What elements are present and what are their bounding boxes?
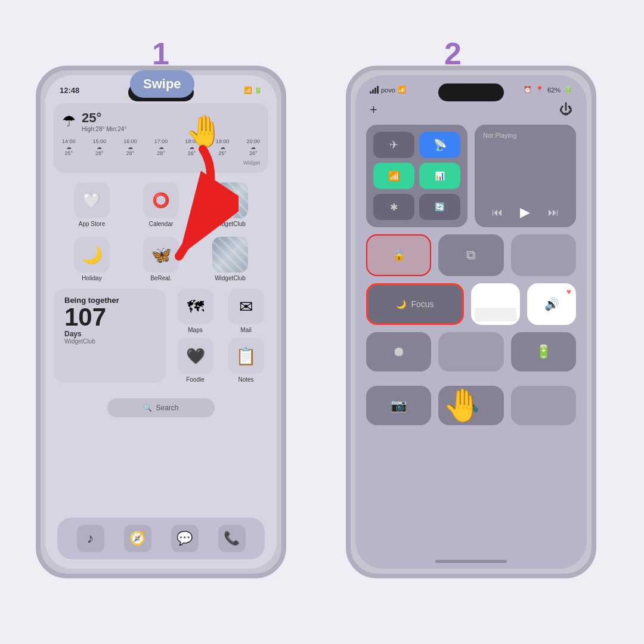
location-icon: 📍	[535, 86, 544, 94]
airdrop-button[interactable]: 📡	[419, 132, 460, 158]
rotation-lock-button[interactable]: 🔒	[366, 234, 431, 276]
countdown-sub-label: WidgetClub	[64, 338, 95, 345]
list-item[interactable]: 🖤 Foodie	[173, 338, 218, 383]
signal-bars	[370, 86, 379, 94]
cc-row2: 🔒 ⧉	[355, 227, 587, 276]
foodie-icon: 🖤	[178, 338, 213, 374]
app-store-icon: 🤍	[74, 182, 110, 218]
empty-tile-3	[511, 386, 576, 425]
empty-tile-1	[511, 234, 576, 276]
not-playing-label: Not Playing	[483, 132, 568, 139]
signal-bar-1	[370, 91, 371, 94]
phone2-volume-up-button[interactable]	[346, 154, 347, 190]
phone2-screen: povo 📶 ⏰ 📍 62% 🔋 + ⏻ ✈	[355, 75, 587, 569]
wifi-icon: 📶	[398, 86, 406, 94]
moon-icon: 🌙	[396, 299, 406, 309]
connectivity-tile: ✈ 📡 📶 📊 ✱ 🔄	[366, 125, 467, 227]
battery-percent: 62%	[547, 86, 561, 94]
cc-topbar: + ⏻	[355, 98, 587, 120]
signal-bar-2	[372, 89, 374, 94]
next-track-button[interactable]: ⏭	[548, 206, 559, 219]
weather-temp: 25°	[82, 110, 126, 126]
cellular-button[interactable]: 📊	[419, 163, 460, 189]
power-button[interactable]	[285, 166, 286, 219]
carrier-name: povo	[381, 86, 395, 94]
weather-icon: ☂	[62, 112, 76, 131]
cc-add-icon[interactable]: +	[370, 102, 377, 117]
airplane-mode-button[interactable]: ✈	[373, 132, 414, 158]
countdown-days: 107	[64, 305, 106, 330]
cc-status-right: ⏰ 📍 62% 🔋	[524, 86, 572, 94]
play-pause-button[interactable]: ▶	[520, 205, 530, 220]
volume-down-button[interactable]	[36, 199, 37, 234]
search-icon: 🔍	[143, 404, 152, 412]
signal-bar-3	[374, 88, 376, 94]
volume-up-button[interactable]	[36, 154, 37, 190]
cc-status-left: povo 📶	[370, 86, 406, 94]
cc-focus-row: 🌙 Focus 🔊 ♥	[355, 276, 587, 325]
cc-row4: ⏺ 🔋	[355, 325, 587, 371]
safari-dock-icon[interactable]: 🧭	[124, 525, 151, 552]
screen-record-button[interactable]: ⏺	[366, 332, 431, 371]
holiday-icon: 🌙	[74, 237, 110, 273]
phone-dock-icon[interactable]: 📞	[218, 525, 246, 552]
now-playing-tile: Not Playing ⏮ ▶ ⏭	[475, 125, 576, 227]
search-label: Search	[156, 404, 178, 412]
screen-mirror-button[interactable]: ⧉	[438, 234, 503, 276]
swipe-bubble: Swipe	[130, 70, 194, 98]
wifi-button[interactable]: 📶	[373, 163, 414, 189]
notes-icon: 📋	[228, 338, 264, 374]
camera-button[interactable]: 📷	[366, 386, 431, 425]
battery-icon: 🔋	[564, 86, 572, 94]
list-item[interactable]: 📋 Notes	[224, 338, 268, 383]
notes-label: Notes	[238, 376, 253, 383]
messages-dock-icon[interactable]: 💬	[171, 525, 199, 552]
signal-bar-4	[377, 86, 379, 94]
bluetooth-button[interactable]: ✱	[373, 194, 414, 220]
red-arrow	[107, 137, 239, 304]
phone2-volume-down-button[interactable]	[346, 199, 347, 234]
focus-label: Focus	[411, 299, 434, 309]
search-bar[interactable]: 🔍 Search	[107, 398, 215, 417]
status-icons: 📶 🔋	[244, 86, 262, 94]
airdrop2-button[interactable]: 🔄	[419, 194, 460, 220]
maps-label: Maps	[188, 327, 202, 333]
cc-power-icon[interactable]: ⏻	[559, 102, 572, 117]
music-dock-icon[interactable]: ♪	[77, 525, 104, 552]
phone2-frame: povo 📶 ⏰ 📍 62% 🔋 + ⏻ ✈	[346, 66, 596, 578]
volume-tile[interactable]: 🔊 ♥	[527, 283, 576, 325]
app-row-4: 🖤 Foodie 📋 Notes	[173, 338, 268, 383]
alarm-icon: ⏰	[524, 86, 532, 94]
mail-label: Mail	[240, 327, 251, 333]
home-indicator	[435, 560, 507, 563]
phone2-power-button[interactable]	[595, 166, 596, 219]
foodie-label: Foodie	[186, 376, 205, 383]
time-display: 12:48	[60, 86, 79, 95]
dock: ♪ 🧭 💬 📞	[57, 518, 265, 559]
weather-minmax: High:28° Min:24°	[82, 126, 126, 132]
holiday-label: Holiday	[82, 275, 101, 281]
volume-icon: 🔊	[544, 297, 559, 311]
cc-connectivity-media-row: ✈ 📡 📶 📊 ✱ 🔄 Not Playing ⏮ ▶ ⏭	[355, 120, 587, 227]
battery-tile: 🔋	[511, 332, 576, 371]
search-section: 🔍 Search	[45, 392, 277, 423]
empty-tile-2	[438, 332, 503, 371]
mute-button[interactable]	[36, 124, 37, 145]
countdown-days-label: Days	[64, 330, 82, 338]
focus-hand-icon: 🤚	[442, 386, 482, 424]
brightness-slider[interactable]	[471, 283, 520, 325]
app-store-label: App Store	[79, 221, 105, 227]
prev-track-button[interactable]: ⏮	[492, 206, 503, 219]
phone2-mute-button[interactable]	[346, 124, 347, 145]
focus-button[interactable]: 🌙 Focus	[366, 283, 464, 325]
phone2-dynamic-island	[438, 83, 504, 101]
heart-icon: ♥	[566, 287, 571, 296]
